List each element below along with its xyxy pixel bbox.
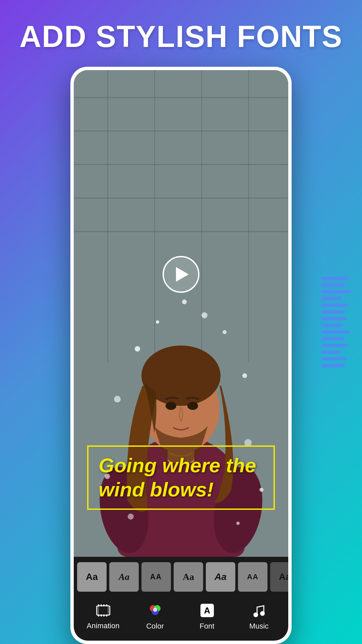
right-bar <box>321 337 345 340</box>
font-icon: A <box>200 604 214 619</box>
text-overlay: Going where the wind blows! <box>87 445 275 510</box>
right-bar <box>321 290 351 293</box>
font-tile-label: Aa <box>86 572 98 582</box>
svg-point-38 <box>253 612 258 617</box>
wall-line <box>74 198 288 199</box>
svg-point-8 <box>187 402 198 410</box>
font-tile-6[interactable]: AA <box>238 562 267 592</box>
font-tile-label: Aa <box>279 572 288 582</box>
phone-inner: Going where the wind blows! Aa Aa AA Aa … <box>74 70 288 641</box>
header-title: ADD STYLISH FONTS <box>19 20 343 53</box>
svg-rect-26 <box>103 604 105 606</box>
svg-point-35 <box>153 608 157 612</box>
play-triangle <box>176 267 189 282</box>
bottom-nav: Animation Color A <box>74 597 288 641</box>
video-area: Going where the wind blows! <box>74 70 288 557</box>
right-bar <box>321 344 348 347</box>
svg-point-14 <box>156 320 159 324</box>
nav-item-color[interactable]: Color <box>135 604 175 631</box>
font-tile-5[interactable]: Aa <box>206 562 235 592</box>
color-icon <box>148 604 162 619</box>
text-box: Going where the wind blows! <box>87 445 275 510</box>
wall-line <box>74 164 288 165</box>
right-bar <box>321 304 348 307</box>
svg-point-13 <box>201 312 207 318</box>
svg-point-19 <box>128 514 134 520</box>
animation-icon <box>96 604 110 619</box>
right-bar <box>321 317 346 320</box>
nav-label-music: Music <box>249 622 268 631</box>
nav-label-font: Font <box>199 622 214 631</box>
svg-rect-29 <box>101 614 102 616</box>
font-tile-label: AA <box>150 573 162 582</box>
right-bar <box>321 364 345 367</box>
svg-point-9 <box>135 346 140 352</box>
font-tile-7[interactable]: Aa <box>270 562 288 592</box>
font-tile-4[interactable]: Aa <box>174 562 203 592</box>
font-tile-1[interactable]: Aa <box>77 562 107 592</box>
nav-item-animation[interactable]: Animation <box>83 604 123 630</box>
svg-rect-30 <box>103 614 105 616</box>
svg-point-12 <box>242 373 247 378</box>
overlay-text: Going where the wind blows! <box>99 453 263 502</box>
phone-mockup: Going where the wind blows! Aa Aa AA Aa … <box>70 67 292 644</box>
music-icon <box>253 604 265 619</box>
svg-rect-24 <box>98 604 99 606</box>
svg-point-7 <box>166 402 176 410</box>
font-tile-2[interactable]: Aa <box>109 562 139 592</box>
person-illustration <box>97 282 265 557</box>
svg-rect-22 <box>97 606 99 615</box>
right-bar <box>321 310 345 314</box>
nav-label-color: Color <box>146 622 164 631</box>
svg-point-20 <box>236 522 240 525</box>
right-bars <box>321 277 351 367</box>
nav-item-music[interactable]: Music <box>239 604 279 631</box>
right-bar <box>321 297 341 300</box>
font-tile-label: AA <box>247 573 258 581</box>
svg-point-39 <box>260 611 265 616</box>
svg-rect-25 <box>101 604 102 606</box>
font-tile-3[interactable]: AA <box>141 562 171 592</box>
right-bar <box>321 277 348 280</box>
svg-text:A: A <box>204 605 210 615</box>
right-bar <box>321 324 343 327</box>
svg-point-10 <box>223 330 227 334</box>
play-button[interactable] <box>163 256 199 293</box>
svg-rect-27 <box>106 604 107 606</box>
font-tile-label: Aa <box>183 572 194 582</box>
svg-rect-31 <box>106 614 107 616</box>
wall-line <box>74 231 288 232</box>
font-strip: Aa Aa AA Aa Aa AA Aa <box>74 557 288 597</box>
font-tile-label: Aa <box>215 572 227 582</box>
wall-line <box>74 130 288 131</box>
header: ADD STYLISH FONTS <box>6 0 356 67</box>
right-bar <box>321 357 346 361</box>
right-bar <box>321 330 350 334</box>
svg-point-11 <box>114 396 121 402</box>
nav-label-animation: Animation <box>87 622 120 630</box>
svg-rect-28 <box>98 614 99 616</box>
svg-point-18 <box>182 300 187 304</box>
right-bar <box>321 351 341 354</box>
wall-line <box>74 97 288 98</box>
svg-rect-23 <box>108 606 110 615</box>
right-bar <box>321 283 345 287</box>
nav-item-font[interactable]: A Font <box>187 604 227 631</box>
font-tile-label: Aa <box>119 572 130 582</box>
